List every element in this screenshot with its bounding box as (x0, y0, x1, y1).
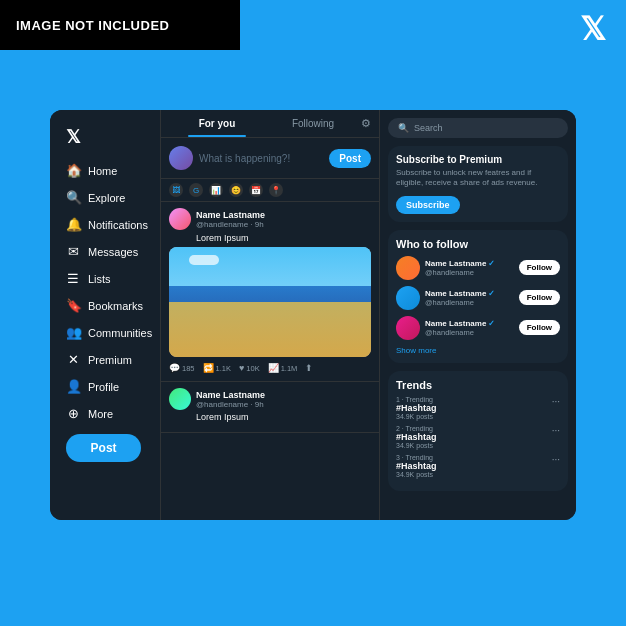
sidebar-item-premium[interactable]: ✕ Premium (58, 347, 152, 372)
trend-more-icon-2[interactable]: ··· (552, 425, 560, 436)
search-placeholder: Search (414, 123, 443, 133)
trend-posts-1: 34.9K posts (396, 413, 552, 420)
share-icon: ⬆ (305, 363, 313, 373)
tweet-1-retweet[interactable]: 🔁 1.1K (203, 363, 231, 373)
views-icon: 📈 (268, 363, 279, 373)
sidebar-item-lists[interactable]: ☰ Lists (58, 266, 152, 291)
sidebar-x-logo: 𝕏 (58, 122, 152, 152)
trend-more-icon-3[interactable]: ··· (552, 454, 560, 465)
show-more-link[interactable]: Show more (396, 346, 560, 355)
trend-hashtag-2[interactable]: #Hashtag (396, 432, 552, 442)
gif-icon[interactable]: G (189, 183, 203, 197)
sidebar-item-profile[interactable]: 👤 Profile (58, 374, 152, 399)
tab-for-you[interactable]: For you (169, 110, 265, 137)
follow-button-2[interactable]: Follow (519, 290, 560, 305)
tweet-1-views[interactable]: 📈 1.1M (268, 363, 298, 373)
trends-box: Trends 1 · Trending #Hashtag 34.9K posts… (388, 371, 568, 491)
trend-posts-3: 34.9K posts (396, 471, 552, 478)
trend-item-2: 2 · Trending #Hashtag 34.9K posts ··· (396, 425, 560, 449)
trend-meta-1: 1 · Trending (396, 396, 552, 403)
follow-avatar-3 (396, 316, 420, 340)
sidebar-item-communities[interactable]: 👥 Communities (58, 320, 152, 345)
more-icon: ⊕ (66, 406, 80, 421)
compose-placeholder[interactable]: What is happening?! (199, 153, 323, 164)
sidebar-item-notifications[interactable]: 🔔 Notifications (58, 212, 152, 237)
home-icon: 🏠 (66, 163, 80, 178)
tweet-1-like-count: 10K (246, 364, 259, 373)
schedule-icon[interactable]: 📅 (249, 183, 263, 197)
tweet-1-comment[interactable]: 💬 185 (169, 363, 195, 373)
tweet-1-header: Name Lastname @handlename · 9h (169, 208, 371, 230)
follow-info-2: Name Lastname ✓ @handlename (425, 289, 514, 307)
explore-icon: 🔍 (66, 190, 80, 205)
sidebar-item-notifications-label: Notifications (88, 219, 148, 231)
sidebar-item-premium-label: Premium (88, 354, 132, 366)
tweet-1-text: Lorem Ipsum (169, 233, 371, 243)
sand-layer (169, 302, 371, 357)
tweet-1-retweet-count: 1.1K (216, 364, 231, 373)
trend-hashtag-1[interactable]: #Hashtag (396, 403, 552, 413)
retweet-icon: 🔁 (203, 363, 214, 373)
follow-button-1[interactable]: Follow (519, 260, 560, 275)
sidebar-item-more[interactable]: ⊕ More (58, 401, 152, 426)
follow-name-3: Name Lastname ✓ (425, 319, 514, 328)
location-icon[interactable]: 📍 (269, 183, 283, 197)
emoji-icon[interactable]: 😊 (229, 183, 243, 197)
sidebar-item-bookmarks-label: Bookmarks (88, 300, 143, 312)
trend-hashtag-3[interactable]: #Hashtag (396, 461, 552, 471)
premium-title: Subscribe to Premium (396, 154, 560, 165)
verified-badge-1: ✓ (488, 259, 495, 268)
follow-handle-3: @handlename (425, 328, 514, 337)
feed-tabs: For you Following ⚙ (161, 110, 379, 138)
trend-meta-3: 3 · Trending (396, 454, 552, 461)
post-button[interactable]: Post (66, 434, 141, 462)
who-to-follow-box: Who to follow Name Lastname ✓ @handlenam… (388, 230, 568, 363)
tweet-1-like[interactable]: ♥ 10K (239, 363, 260, 373)
tweet-1-share[interactable]: ⬆ (305, 363, 313, 373)
trend-meta-2: 2 · Trending (396, 425, 552, 432)
chart-icon[interactable]: 📊 (209, 183, 223, 197)
follow-info-3: Name Lastname ✓ @handlename (425, 319, 514, 337)
tweet-1-handle: @handlename · 9h (196, 220, 371, 229)
photo-icon[interactable]: 🖼 (169, 183, 183, 197)
trend-item-1: 1 · Trending #Hashtag 34.9K posts ··· (396, 396, 560, 420)
settings-icon[interactable]: ⚙ (361, 117, 371, 130)
trend-more-icon-1[interactable]: ··· (552, 396, 560, 407)
follow-button-3[interactable]: Follow (519, 320, 560, 335)
follow-handle-2: @handlename (425, 298, 514, 307)
compose-area: What is happening?! Post (161, 138, 379, 179)
bookmarks-icon: 🔖 (66, 298, 80, 313)
tab-following[interactable]: Following (265, 110, 361, 137)
search-box[interactable]: 🔍 Search (388, 118, 568, 138)
search-icon: 🔍 (398, 123, 409, 133)
verified-badge-3: ✓ (488, 319, 495, 328)
follow-info-1: Name Lastname ✓ @handlename (425, 259, 514, 277)
media-icons-row: 🖼 G 📊 😊 📅 📍 (161, 179, 379, 202)
tweet-2-text: Lorem Ipsum (169, 412, 371, 422)
tweet-1-actions: 💬 185 🔁 1.1K ♥ 10K 📈 1.1M ⬆ (169, 361, 371, 375)
sidebar-item-explore[interactable]: 🔍 Explore (58, 185, 152, 210)
tweet-1-views-count: 1.1M (281, 364, 298, 373)
sidebar-item-messages[interactable]: ✉ Messages (58, 239, 152, 264)
subscribe-button[interactable]: Subscribe (396, 196, 460, 214)
comment-icon: 💬 (169, 363, 180, 373)
tweet-2-avatar (169, 388, 191, 410)
follow-item-3: Name Lastname ✓ @handlename Follow (396, 316, 560, 340)
sidebar-item-explore-label: Explore (88, 192, 125, 204)
follow-name-1: Name Lastname ✓ (425, 259, 514, 268)
right-sidebar: 🔍 Search Subscribe to Premium Subscribe … (380, 110, 576, 520)
image-not-included-banner: IMAGE NOT INCLUDED (0, 0, 240, 50)
premium-subscription-box: Subscribe to Premium Subscribe to unlock… (388, 146, 568, 222)
tweet-1-comment-count: 185 (182, 364, 195, 373)
sidebar-item-home[interactable]: 🏠 Home (58, 158, 152, 183)
who-to-follow-title: Who to follow (396, 238, 560, 250)
sidebar-item-bookmarks[interactable]: 🔖 Bookmarks (58, 293, 152, 318)
tweet-1-image (169, 247, 371, 357)
sidebar-item-lists-label: Lists (88, 273, 111, 285)
compose-post-button[interactable]: Post (329, 149, 371, 168)
main-feed: For you Following ⚙ What is happening?! … (160, 110, 380, 520)
cloud-layer (189, 255, 219, 265)
tweet-1-user-info: Name Lastname @handlename · 9h (196, 210, 371, 229)
tweet-1-avatar (169, 208, 191, 230)
tweet-2-header: Name Lastname @handlename · 9h (169, 388, 371, 410)
